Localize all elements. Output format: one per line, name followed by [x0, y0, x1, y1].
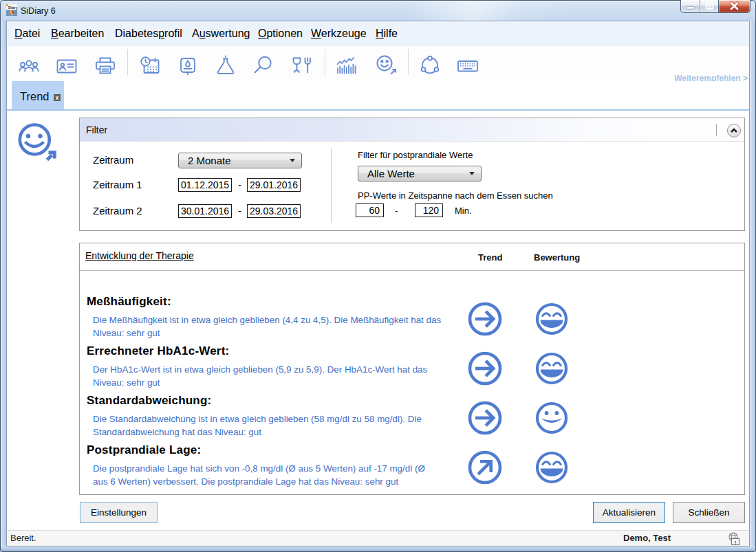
svg-text:!: !: [735, 540, 737, 546]
svg-text:Diary: Diary: [8, 5, 17, 10]
